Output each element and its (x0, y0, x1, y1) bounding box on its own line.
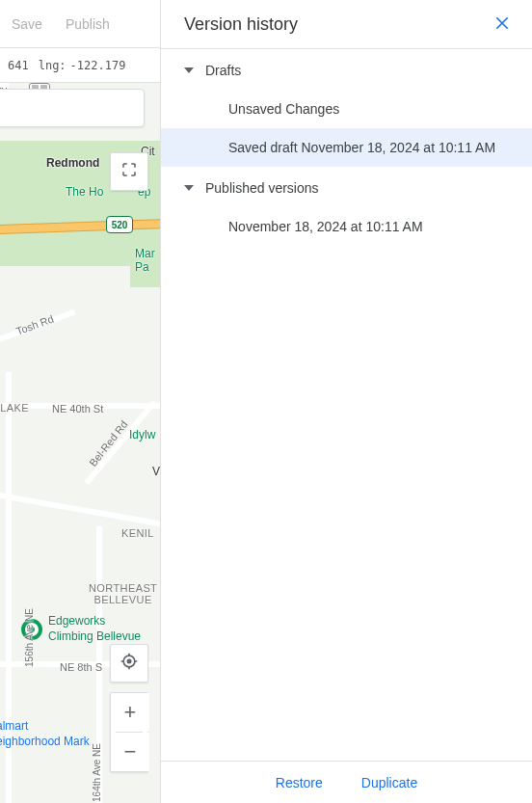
map-poi-label: Climbing Bellevue (48, 629, 141, 643)
lng-value: -122.179 (70, 59, 126, 72)
map-poi-label: eighborhood Mark (0, 735, 90, 748)
svg-point-0 (127, 659, 132, 664)
my-location-button[interactable] (110, 644, 148, 683)
minus-icon: − (124, 739, 137, 764)
chevron-down-icon (184, 185, 194, 191)
chevron-down-icon (184, 67, 194, 73)
group-title: Published versions (205, 180, 319, 196)
fullscreen-button[interactable] (110, 152, 148, 191)
zoom-in-button[interactable]: + (111, 693, 149, 732)
group-title: Drafts (205, 63, 241, 78)
group-header[interactable]: Published versions (161, 167, 532, 207)
zoom-control: + − (110, 692, 148, 772)
version-item[interactable]: Unsaved Changes (161, 90, 532, 128)
map-area-label: NORTHEAST BELLEVUE (89, 582, 157, 605)
map-search-input[interactable] (0, 89, 145, 127)
restore-button[interactable]: Restore (276, 775, 323, 790)
map-area-label: KENIL (121, 527, 154, 539)
map[interactable]: 520 ary Redmond Cit The Ho ep Mar Pa Tos… (0, 83, 160, 803)
map-area-label: RLAKE (0, 402, 29, 414)
panel-title: Version history (184, 14, 484, 35)
map-city-label: Redmond (46, 156, 99, 170)
version-history-panel: Version history Drafts Unsaved Changes S… (160, 0, 532, 803)
duplicate-button[interactable]: Duplicate (361, 775, 417, 790)
panel-footer: Restore Duplicate (161, 761, 532, 803)
map-poi-label: Mar Pa (135, 247, 155, 274)
map-poi-label: Edgeworks (48, 614, 105, 628)
map-street-label: 164th Ave NE (92, 743, 102, 802)
highway-shield: 520 (106, 216, 133, 233)
version-group-drafts: Drafts Unsaved Changes Saved draft Novem… (161, 49, 532, 167)
map-poi-label: The Ho (66, 185, 103, 199)
map-street-label: NE 40th St (52, 403, 103, 415)
map-park-area (130, 201, 160, 287)
zoom-out-button[interactable]: − (111, 733, 149, 771)
group-header[interactable]: Drafts (161, 49, 532, 90)
map-street-label: NE 8th S (60, 661, 102, 673)
close-icon (493, 20, 511, 35)
panel-header: Version history (161, 0, 532, 49)
top-toolbar: Save Publish (0, 0, 160, 48)
lat-value: 641 (8, 59, 29, 72)
version-group-published: Published versions November 18, 2024 at … (161, 167, 532, 246)
plus-icon: + (124, 700, 137, 725)
map-poi-label: almart (0, 719, 28, 733)
fullscreen-icon (120, 161, 138, 182)
version-item[interactable]: November 18, 2024 at 10:11 AM (161, 207, 532, 246)
version-item[interactable]: Saved draft November 18, 2024 at 10:11 A… (161, 128, 532, 167)
map-poi-label: Idylw (129, 428, 155, 442)
lng-label: lng: (39, 59, 66, 72)
panel-body: Drafts Unsaved Changes Saved draft Novem… (161, 49, 532, 761)
map-label: V (152, 465, 160, 478)
map-street-label: 156th Ave NE (24, 608, 35, 667)
save-button[interactable]: Save (12, 16, 42, 32)
close-button[interactable] (484, 5, 520, 44)
publish-button[interactable]: Publish (66, 16, 110, 32)
coords-bar: 641 lng: -122.179 (0, 48, 160, 83)
crosshair-icon (120, 652, 139, 675)
